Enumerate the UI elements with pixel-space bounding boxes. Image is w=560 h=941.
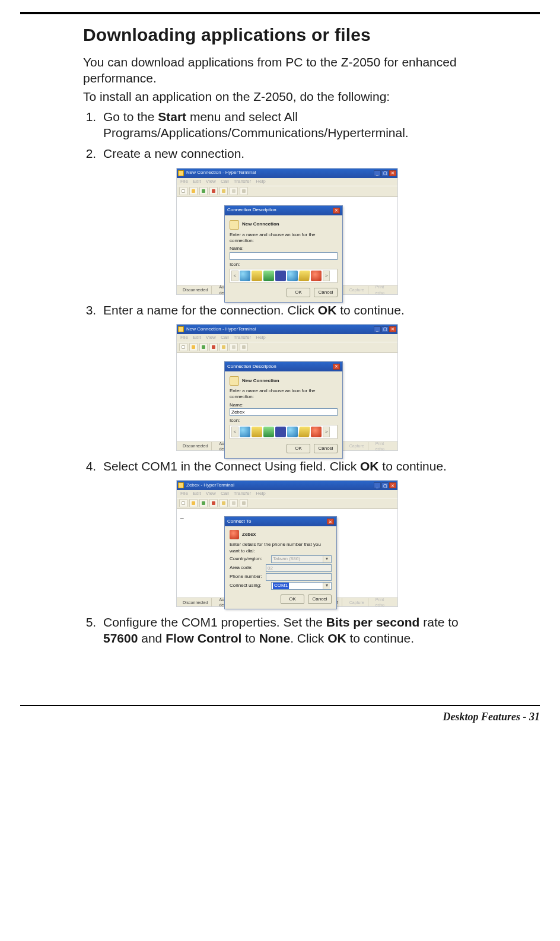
menu-file[interactable]: File: [180, 179, 188, 185]
connection-icon-option[interactable]: [287, 271, 298, 281]
icon-field-label: Icon:: [230, 418, 338, 424]
toolbar-disconnect-icon[interactable]: [209, 187, 218, 195]
connection-icon-option[interactable]: [298, 427, 310, 437]
connect-using-label: Connect using:: [230, 583, 269, 589]
icon-prev-button[interactable]: <: [231, 271, 238, 281]
country-select[interactable]: Taiwan (886)▾: [271, 555, 332, 563]
maximize-button[interactable]: ▢: [381, 482, 389, 488]
dialog-close-button[interactable]: ✕: [333, 208, 340, 214]
connection-icon-option[interactable]: [263, 427, 274, 437]
menu-transfer[interactable]: Transfer: [234, 179, 252, 185]
menu-call[interactable]: Call: [221, 491, 229, 497]
menu-edit[interactable]: Edit: [193, 335, 201, 341]
step-4-text-a: Select COM1 in the Connect Using field. …: [103, 459, 360, 473]
dialog-close-button[interactable]: ✕: [327, 519, 334, 524]
dialog-title-text: Connect To: [227, 519, 251, 524]
step-1-bold: Start: [158, 110, 186, 123]
connection-icon-option[interactable]: [298, 271, 310, 281]
icon-next-button[interactable]: >: [323, 427, 330, 437]
connection-icon-option[interactable]: [287, 427, 298, 437]
toolbar: [177, 498, 397, 508]
cancel-button[interactable]: Cancel: [314, 288, 338, 297]
connection-icon-option[interactable]: [240, 427, 250, 437]
close-button[interactable]: ✕: [389, 170, 396, 176]
toolbar-call-icon[interactable]: [199, 187, 208, 195]
connection-icon-option[interactable]: [240, 271, 250, 281]
connection-icon-option[interactable]: [311, 427, 322, 437]
name-input[interactable]: [230, 252, 338, 260]
menu-help[interactable]: Help: [256, 335, 265, 341]
maximize-button[interactable]: ▢: [381, 326, 389, 332]
menu-file[interactable]: File: [180, 335, 188, 341]
close-button[interactable]: ✕: [389, 482, 396, 488]
ok-button[interactable]: OK: [281, 595, 304, 604]
toolbar-receive-icon[interactable]: [230, 187, 238, 195]
toolbar-new-icon[interactable]: [179, 343, 187, 351]
connection-icon-option[interactable]: [263, 271, 274, 281]
icon-field-label: Icon:: [230, 262, 338, 268]
toolbar-disconnect-icon[interactable]: [209, 499, 218, 507]
icon-picker[interactable]: < >: [230, 425, 338, 439]
minimize-button[interactable]: _: [374, 482, 381, 488]
menu-transfer[interactable]: Transfer: [234, 491, 252, 497]
close-button[interactable]: ✕: [389, 326, 396, 332]
menu-edit[interactable]: Edit: [193, 491, 201, 497]
connection-icon-option[interactable]: [252, 271, 262, 281]
toolbar-send-icon[interactable]: [219, 499, 228, 507]
toolbar-disconnect-icon[interactable]: [209, 343, 218, 351]
connection-icon-option[interactable]: [311, 271, 322, 281]
toolbar-receive-icon[interactable]: [230, 499, 238, 507]
toolbar-new-icon[interactable]: [179, 187, 187, 195]
icon-next-button[interactable]: >: [323, 271, 330, 281]
toolbar-call-icon[interactable]: [199, 499, 208, 507]
cancel-button[interactable]: Cancel: [314, 444, 338, 453]
minimize-button[interactable]: _: [374, 326, 381, 332]
menu-view[interactable]: View: [206, 491, 216, 497]
menu-help[interactable]: Help: [256, 491, 265, 497]
menu-view[interactable]: View: [206, 179, 216, 185]
menu-file[interactable]: File: [180, 491, 188, 497]
cancel-button[interactable]: Cancel: [308, 595, 332, 604]
dialog-close-button[interactable]: ✕: [333, 364, 340, 370]
minimize-button[interactable]: _: [374, 170, 381, 176]
toolbar-properties-icon[interactable]: [240, 499, 248, 507]
menu-call[interactable]: Call: [221, 179, 229, 185]
dialog-instruction: Enter a name and choose an icon for the …: [230, 232, 338, 244]
connect-to-dialog: Connect To ✕ Zebex Enter details for the…: [224, 516, 337, 609]
toolbar-send-icon[interactable]: [219, 343, 228, 351]
toolbar-open-icon[interactable]: [189, 187, 198, 195]
menu-help[interactable]: Help: [256, 179, 265, 185]
intro-paragraph-2: To install an application on the Z-2050,…: [83, 89, 489, 105]
toolbar-receive-icon[interactable]: [230, 343, 238, 351]
toolbar-properties-icon[interactable]: [240, 343, 248, 351]
dialog-instruction: Enter a name and choose an icon for the …: [230, 388, 338, 400]
maximize-button[interactable]: ▢: [381, 170, 389, 176]
toolbar-open-icon[interactable]: [189, 499, 198, 507]
toolbar-call-icon[interactable]: [199, 343, 208, 351]
name-input[interactable]: [230, 408, 338, 416]
ok-button[interactable]: OK: [287, 444, 310, 453]
connection-icon-option[interactable]: [252, 427, 262, 437]
icon-picker[interactable]: < >: [230, 269, 338, 283]
menu-view[interactable]: View: [206, 335, 216, 341]
toolbar-open-icon[interactable]: [189, 343, 198, 351]
toolbar-properties-icon[interactable]: [240, 187, 248, 195]
connection-description-dialog: Connection Description ✕ New Connection …: [224, 205, 343, 303]
connect-using-select[interactable]: COM1▾: [271, 582, 332, 590]
menu-call[interactable]: Call: [221, 335, 229, 341]
dialog-titlebar: Connect To ✕: [225, 517, 336, 526]
icon-prev-button[interactable]: <: [231, 427, 238, 437]
connection-icon-option[interactable]: [275, 271, 286, 281]
menu-edit[interactable]: Edit: [193, 179, 201, 185]
toolbar-send-icon[interactable]: [219, 187, 228, 195]
ok-button[interactable]: OK: [287, 288, 310, 297]
menu-bar: File Edit View Call Transfer Help: [177, 490, 397, 498]
connection-icon-option[interactable]: [275, 427, 286, 437]
area-label: Area code:: [230, 565, 263, 571]
terminal-canvas: _ Connect To ✕ Zebex En: [177, 508, 397, 597]
menu-transfer[interactable]: Transfer: [234, 335, 252, 341]
toolbar-new-icon[interactable]: [179, 499, 187, 507]
area-code-input[interactable]: [266, 564, 332, 572]
phone-number-input[interactable]: [266, 573, 332, 581]
status-disconnected: Disconnected: [179, 598, 212, 606]
